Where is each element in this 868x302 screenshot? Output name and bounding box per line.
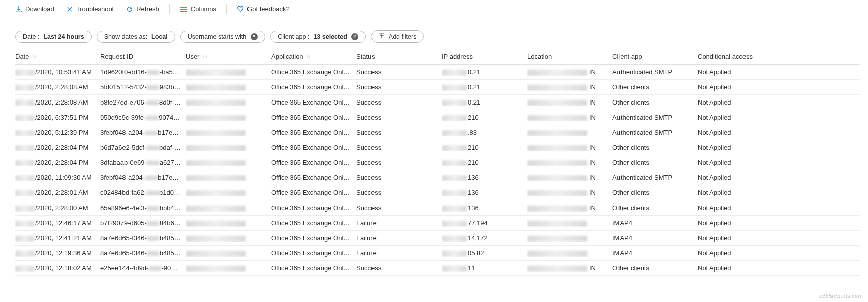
filter-icon — [379, 33, 385, 40]
col-location[interactable]: Location — [527, 53, 612, 60]
cell-status: Success — [356, 264, 442, 272]
cell-application: Office 365 Exchange Online — [271, 68, 356, 76]
cell-request: 8a7e6d65-f346-xxxxb485-e... — [100, 234, 186, 242]
feedback-label: Got feedback? — [247, 5, 290, 13]
table-row[interactable]: /2020, 6:37:51 PM 950d9c9c-39fe-xxxx9074… — [15, 110, 860, 125]
filter-showdates-value: Local — [151, 33, 168, 40]
cell-ip: 14.172 — [442, 234, 527, 242]
download-label: Download — [25, 5, 54, 13]
table-row[interactable]: /2020, 5:12:39 PM 3febf048-a204-xxxxb17e… — [15, 125, 860, 140]
table-row[interactable]: /2020, 11:09:30 AM 3febf048-a204-xxxxb17… — [15, 170, 860, 185]
troubleshoot-button[interactable]: Troubleshoot — [61, 3, 119, 15]
cell-ip: 210 — [442, 159, 527, 166]
cell-clientapp: IMAP4 — [612, 249, 698, 257]
cell-application: Office 365 Exchange Online — [271, 249, 356, 257]
cell-status: Success — [356, 98, 442, 106]
cell-date: /2020, 2:28:00 AM — [15, 204, 100, 212]
cell-request: 8a7e6d65-f346-xxxxb485-e... — [100, 249, 186, 257]
cell-request: 5fd01512-5432-xxxx983b-0... — [100, 83, 186, 91]
cell-location: IN — [527, 174, 612, 181]
clear-icon[interactable]: ✕ — [251, 33, 258, 40]
cell-location: IN — [527, 189, 612, 196]
cell-application: Office 365 Exchange Online — [271, 264, 356, 272]
cell-clientapp: Other clients — [612, 98, 698, 106]
table-row[interactable]: /2020, 2:28:08 AM b8fe27cd-e706-xxxx8d0f… — [15, 95, 860, 110]
cell-date: /2020, 12:19:36 AM — [15, 249, 100, 257]
cell-cond: Not Applied — [698, 204, 783, 212]
cell-application: Office 365 Exchange Online — [271, 204, 356, 212]
cell-date: /2020, 12:41:21 AM — [15, 234, 100, 242]
cell-location: IN — [527, 144, 612, 151]
cell-location — [527, 249, 612, 257]
cell-status: Success — [356, 189, 442, 196]
cell-cond: Not Applied — [698, 129, 783, 136]
cell-location: IN — [527, 98, 612, 106]
cell-application: Office 365 Exchange Online — [271, 114, 356, 121]
cell-user — [186, 234, 271, 242]
troubleshoot-label: Troubleshoot — [76, 5, 114, 13]
filter-date[interactable]: Date : Last 24 hours — [15, 31, 92, 43]
cell-cond: Not Applied — [698, 219, 783, 227]
col-date[interactable]: Date↑↓ — [15, 53, 100, 60]
cell-cond: Not Applied — [698, 249, 783, 257]
cell-cond: Not Applied — [698, 68, 783, 76]
col-user[interactable]: User↑↓ — [186, 53, 271, 60]
cell-user — [186, 83, 271, 91]
cell-user — [186, 68, 271, 76]
feedback-button[interactable]: Got feedback? — [232, 3, 295, 15]
cell-ip: 210 — [442, 114, 527, 121]
table-row[interactable]: /2020, 12:18:02 AM e25ee144-4d9d-xxxx-90… — [15, 261, 860, 276]
add-filters-button[interactable]: Add filters — [371, 30, 424, 43]
table-row[interactable]: /2020, 12:41:21 AM 8a7e6d65-f346-xxxxb48… — [15, 231, 860, 246]
filter-date-label: Date : — [23, 33, 39, 40]
filter-showdates[interactable]: Show dates as: Local — [97, 31, 175, 43]
col-cond[interactable]: Conditional access — [698, 53, 783, 60]
cell-ip: 136 — [442, 204, 527, 212]
table-row[interactable]: /2020, 12:19:36 AM 8a7e6d65-f346-xxxxb48… — [15, 246, 860, 261]
col-ip[interactable]: IP address — [442, 53, 527, 60]
cell-cond: Not Applied — [698, 144, 783, 151]
table-header: Date↑↓ Request ID User↑↓ Application↑↓ S… — [15, 50, 860, 65]
filter-date-value: Last 24 hours — [43, 33, 84, 40]
filter-clientapp-label: Client app : — [278, 33, 309, 40]
cell-user — [186, 174, 271, 181]
cell-application: Office 365 Exchange Online — [271, 129, 356, 136]
cell-request: 3febf048-a204-xxxxb17e-32... — [100, 129, 186, 136]
cell-location: IN — [527, 68, 612, 76]
cell-request: 3dfabaab-0e69-xxxxa627-1... — [100, 159, 186, 166]
table-row[interactable]: /2020, 2:28:00 AM 65a896e6-4ef3-xxxxbbb4… — [15, 200, 860, 216]
table-row[interactable]: /2020, 2:28:04 PM b6d7a6e2-5dcf-xxxxbdaf… — [15, 140, 860, 155]
cell-ip: 136 — [442, 174, 527, 181]
refresh-button[interactable]: Refresh — [121, 3, 164, 15]
clear-icon[interactable]: ✕ — [351, 33, 358, 40]
col-clientapp[interactable]: Client app — [612, 53, 698, 60]
cell-location — [527, 234, 612, 242]
signin-table: Date↑↓ Request ID User↑↓ Application↑↓ S… — [0, 50, 868, 281]
filter-clientapp[interactable]: Client app : 13 selected ✕ — [270, 31, 366, 43]
filter-clientapp-value: 13 selected — [313, 33, 347, 40]
add-filters-label: Add filters — [389, 33, 417, 40]
columns-button[interactable]: Columns — [175, 3, 221, 15]
cell-clientapp: IMAP4 — [612, 219, 698, 227]
table-row[interactable]: /2020, 2:28:04 PM 3dfabaab-0e69-xxxxa627… — [15, 155, 860, 170]
cell-request: e25ee144-4d9d-xxxx-902b-... — [100, 264, 186, 272]
col-request[interactable]: Request ID — [100, 53, 186, 60]
table-row[interactable]: /2020, 10:53:41 AM 1d9620f0-dd16-xxxx-ba… — [15, 65, 860, 80]
table-row[interactable]: /2020, 12:46:17 AM b7f29079-d605-xxxx84b… — [15, 216, 860, 231]
table-row[interactable]: /2020, 2:28:01 AM c02484bd-fa62-xxxxb1d0… — [15, 185, 860, 200]
columns-label: Columns — [191, 5, 216, 13]
cell-status: Success — [356, 174, 442, 181]
filter-username[interactable]: Username starts with ✕ — [180, 31, 265, 43]
cell-application: Office 365 Exchange Online — [271, 189, 356, 196]
col-application[interactable]: Application↑↓ — [271, 53, 356, 60]
cell-ip: 0.21 — [442, 68, 527, 76]
col-status[interactable]: Status — [356, 53, 442, 60]
table-row[interactable]: /2020, 2:28:08 AM 5fd01512-5432-xxxx983b… — [15, 80, 860, 95]
cell-clientapp: Other clients — [612, 204, 698, 212]
cell-location: IN — [527, 159, 612, 166]
cell-cond: Not Applied — [698, 114, 783, 121]
cell-ip: 05.82 — [442, 249, 527, 257]
cell-ip: 210 — [442, 144, 527, 151]
download-button[interactable]: Download — [10, 3, 59, 15]
cell-location — [527, 129, 612, 136]
